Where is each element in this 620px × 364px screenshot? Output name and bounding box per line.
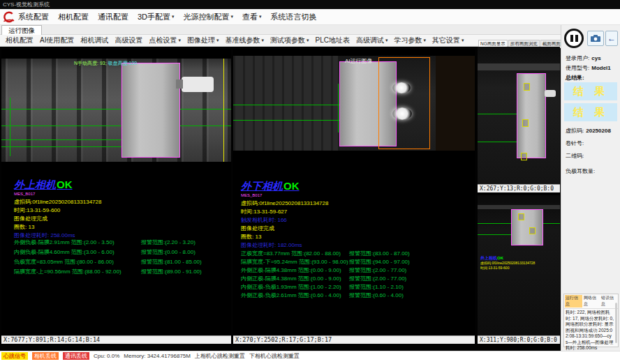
- tb-ai-usage-config[interactable]: AI使用配置: [40, 36, 74, 45]
- trigger-elapsed-text: 触发相机耗时: 166: [241, 216, 287, 224]
- cell-outline-overlay: [121, 63, 180, 158]
- menu-item-view[interactable]: 查看▾: [242, 12, 262, 22]
- pin-number-row: 卷针号:: [566, 139, 586, 147]
- title-bar[interactable]: CYS-视觉检测系统: [0, 0, 620, 9]
- chevron-down-icon: ▾: [231, 14, 234, 20]
- alarm-range-text: 报警范围:(81.00 - 85.00): [141, 258, 202, 266]
- measure-line-overlay: [1, 146, 121, 147]
- preview-view-top[interactable]: X:267;Y:13;R:0;G:0;B:0: [478, 47, 560, 192]
- result-indicator-upper: 结 果: [564, 82, 617, 100]
- measurement-text: 正极宽度=83.77mm 范围:(82.00 - 88.00): [241, 250, 341, 257]
- chevron-down-icon: ▾: [259, 14, 262, 20]
- login-user-value: cys: [591, 55, 600, 61]
- roi-box-overlay: [524, 83, 530, 91]
- barcode-value: 20250208: [586, 128, 611, 134]
- camera-offline-badge: 相机丢线: [32, 352, 59, 360]
- roi-box-overlay: [529, 227, 536, 234]
- pause-button[interactable]: [564, 29, 584, 48]
- measurement-text: 外侧正极-隔膜4.38mm 范围:(0.00 - 9.00): [241, 266, 341, 274]
- alarm-range-text: 报警范围:(2.00 - 77.00): [349, 266, 406, 274]
- mes-status-text: MES_B017: [14, 192, 35, 196]
- time-text: 时间:13-31-59-600: [14, 206, 60, 214]
- total-result-label: 总结果:: [566, 74, 584, 82]
- time-text: 时间:13-31-59-627: [241, 208, 287, 215]
- tb-learning-params[interactable]: 学习参数▾: [394, 36, 426, 45]
- measurement-text: 负极宽度=83.05mm 范围:(80.00 - 86.00): [14, 258, 114, 266]
- chevron-down-icon: ▾: [178, 38, 181, 43]
- measure-line-overlay: [1, 126, 231, 126]
- measurement-text: 内侧正极-隔膜4.38mm 范围:(0.00 - 9.00): [241, 275, 341, 282]
- elapsed-text: 图像处理耗时: 182.00ms: [241, 241, 302, 249]
- tb-image-processing[interactable]: 图像处理▾: [187, 36, 219, 45]
- gripper-arm-base: [176, 79, 183, 89]
- camera-view-upper[interactable]: N手动高度: 93; 吸盘高度:100 外上相机OK MES_B017 虚拟码:…: [1, 49, 231, 344]
- tab-run-image[interactable]: 运行图像: [1, 25, 42, 35]
- tb-plc-address-table[interactable]: PLC地址表: [316, 36, 350, 45]
- bright-spot: [392, 107, 412, 120]
- loop-count-text: 圈数: 13: [14, 223, 34, 231]
- window-title: CYS-视觉检测系统: [3, 1, 50, 8]
- chevron-down-icon: ▾: [307, 38, 309, 43]
- chevron-down-icon: ▾: [261, 38, 264, 43]
- measurement-text: 内侧正极-负极1.93mm 范围:(1.00 - 2.20): [241, 283, 341, 291]
- chevron-down-icon: ▾: [216, 38, 219, 43]
- stats-log-text: 耗时: 222, 网络检图耗时: 17, 网络分发耗时: 0, 网络图联分发耗时…: [564, 309, 618, 352]
- menu-item-comm-config[interactable]: 通讯配置: [98, 12, 128, 22]
- camera-image-lower[interactable]: AI运行图像: [233, 56, 475, 151]
- mes-status-text: MES_B017: [241, 193, 262, 197]
- preview-image-top[interactable]: [478, 47, 560, 184]
- tb-spot-check-settings[interactable]: 点检设置▾: [149, 36, 181, 45]
- tb-camera-config[interactable]: 相机配置: [6, 36, 34, 45]
- menu-item-light-control-config[interactable]: 光源控制配置▾: [184, 12, 234, 22]
- measure-line-overlay: [1, 109, 231, 109]
- stats-scrollbar[interactable]: [615, 303, 617, 343]
- model-value: Model1: [591, 65, 611, 71]
- tb-advanced-debug[interactable]: 高级调试▾: [356, 36, 388, 45]
- qr-code-row: 二维码:: [566, 152, 586, 160]
- alarm-range-text: 报警范围:(83.00 - 87.00): [349, 250, 410, 257]
- chevron-down-icon: ▾: [423, 38, 426, 43]
- tb-camera-debug[interactable]: 相机调试: [80, 36, 108, 45]
- menu-item-system-config[interactable]: 系统配置: [18, 12, 49, 22]
- alarm-range-text: 报警范围:(94.00 - 97.00): [349, 258, 410, 266]
- tab-network-info[interactable]: 网络信息: [584, 295, 600, 308]
- camera-snapshot-button[interactable]: [587, 31, 604, 46]
- menu-item-3d-hand-config[interactable]: 3D手配置▾: [138, 12, 175, 22]
- control-panel: ← 登录用户:cys 使用型号:Model1 总结果: 结 果 结 果 虚拟码:…: [561, 25, 620, 351]
- measure-line-overlay: [10, 98, 10, 156]
- stats-log-box[interactable]: 运行信息 网络信息 错误信息 耗时: 222, 网络检图耗时: 17, 网络分发…: [563, 294, 619, 347]
- barcode-text: 虚拟码:0f1line20250208133134728: [14, 198, 101, 206]
- boundary-line-overlay: [223, 59, 224, 162]
- chevron-down-icon: ▾: [172, 14, 175, 20]
- tb-baseline-params[interactable]: 基准线参数▾: [225, 36, 264, 45]
- alarm-range-text: 报警范围:(0.00 - 8.00): [141, 248, 195, 256]
- upper-camera-heartbeat-reset[interactable]: 上相机心跳检测重置: [195, 352, 245, 360]
- menu-item-language-switch[interactable]: 系统语言切换: [271, 12, 317, 22]
- cursor-coordinates: X:267;Y:13;R:0;G:0;B:0: [478, 184, 560, 192]
- chevron-down-icon: ▾: [462, 38, 464, 43]
- gripper-arm: [182, 77, 214, 92]
- camera-view-lower[interactable]: AI运行图像 外下相机OK MES_B017 虚拟码:0f1line202502…: [233, 49, 475, 344]
- cursor-coordinates: X:270;Y:2502;R:17;G:17;B:17: [233, 335, 475, 344]
- app-logo-icon: [2, 10, 15, 24]
- ok-status-badge: OK: [497, 256, 503, 260]
- alarm-range-text: 报警范围:(2.20 - 3.20): [141, 238, 195, 246]
- preview-image-bottom[interactable]: 外上相机OK 虚拟码:0f1line20250208133134728 时间:1…: [478, 195, 560, 335]
- login-user-row: 登录用户:cys: [566, 54, 601, 62]
- bright-spot: [392, 82, 411, 93]
- chevron-down-icon: ▾: [385, 38, 388, 43]
- tb-other-settings[interactable]: 其它设置▾: [432, 36, 464, 45]
- menu-bar: 系统配置 相机配置 通讯配置 3D手配置▾ 光源控制配置▾ 查看▾ 系统语言切换: [0, 9, 620, 25]
- camera-image-upper[interactable]: N手动高度: 93; 吸盘高度:100: [1, 59, 231, 162]
- tb-test-item-params[interactable]: 测试项参数▾: [270, 36, 309, 45]
- tb-advanced-settings[interactable]: 高级设置: [115, 36, 142, 45]
- mini-time-text: 时间:13-31-59-600: [480, 266, 509, 270]
- preview-view-bottom[interactable]: 外上相机OK 虚拟码:0f1line20250208133134728 时间:1…: [478, 195, 560, 344]
- menu-item-camera-config[interactable]: 相机配置: [58, 12, 89, 22]
- ok-status-badge: OK: [283, 180, 300, 192]
- lower-camera-heartbeat-reset[interactable]: 下相机心跳检测重置: [249, 352, 300, 360]
- measurement-text: 外侧正极-负极2.61mm 范围:(0.60 - 4.00): [241, 291, 341, 299]
- tab-run-info[interactable]: 运行信息: [565, 295, 582, 308]
- back-arrow-button[interactable]: ←: [605, 31, 618, 46]
- process-done-text: 图像处理完成: [241, 225, 274, 232]
